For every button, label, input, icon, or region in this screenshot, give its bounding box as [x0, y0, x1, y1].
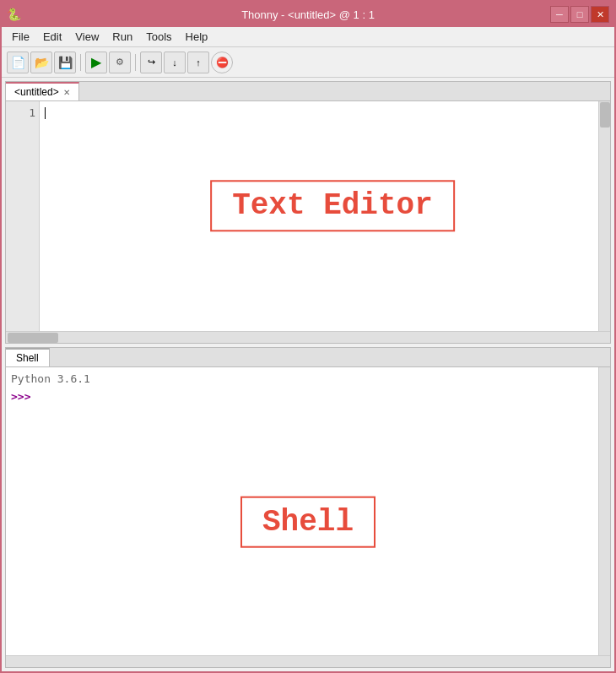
menu-run[interactable]: Run	[105, 29, 139, 45]
editor-tab-bar: <untitled> ✕	[6, 82, 610, 101]
app-icon: 🐍	[7, 8, 20, 21]
menu-tools[interactable]: Tools	[139, 29, 178, 45]
minimize-button[interactable]: ─	[550, 6, 569, 23]
text-cursor	[45, 107, 46, 119]
editor-body[interactable]: 1 Text Editor	[6, 101, 610, 331]
text-editor-label: Text Editor	[232, 188, 433, 223]
shell-hscrollbar[interactable]	[6, 655, 610, 667]
menu-help[interactable]: Help	[179, 29, 215, 45]
shell-body[interactable]: Python 3.6.1 >>> Shell	[6, 367, 610, 655]
line-number-1: 1	[9, 105, 35, 122]
step-over-button[interactable]: ↪	[140, 52, 162, 73]
step-out-button[interactable]: ↑	[187, 52, 209, 73]
window-controls: ─ □ ✕	[550, 6, 609, 23]
text-editor-annotation: Text Editor	[210, 180, 455, 231]
open-file-button[interactable]: 📂	[30, 52, 52, 73]
shell-pane: Shell Python 3.6.1 >>> Shell	[5, 347, 611, 668]
shell-label: Shell	[262, 504, 354, 539]
shell-prompt: >>>	[11, 388, 593, 406]
new-file-button[interactable]: 📄	[7, 52, 29, 73]
toolbar-separator-2	[135, 54, 136, 71]
stop-button[interactable]: ⛔	[211, 52, 233, 73]
editor-vscrollbar-thumb	[600, 102, 610, 128]
save-file-button[interactable]: 💾	[54, 52, 76, 73]
editor-hscrollbar-thumb	[8, 333, 58, 343]
titlebar-left: 🐍	[7, 8, 20, 21]
line-numbers: 1	[6, 101, 40, 331]
shell-python-version: Python 3.6.1	[11, 371, 593, 388]
editor-tab-close-icon[interactable]: ✕	[63, 88, 70, 97]
toolbar-separator-1	[80, 54, 81, 71]
window-title: Thonny - <untitled> @ 1 : 1	[0, 8, 616, 21]
shell-tab[interactable]: Shell	[6, 348, 50, 366]
maximize-button[interactable]: □	[570, 6, 589, 23]
menu-edit[interactable]: Edit	[36, 29, 68, 45]
shell-tab-bar: Shell	[6, 348, 610, 367]
editor-vscrollbar[interactable]	[598, 101, 610, 331]
editor-tab-label: <untitled>	[14, 86, 59, 98]
run-button[interactable]: ▶	[85, 52, 107, 73]
shell-tab-label: Shell	[16, 352, 39, 364]
main-window: 🐍 Thonny - <untitled> @ 1 : 1 ─ □ ✕ File…	[0, 0, 616, 673]
titlebar: 🐍 Thonny - <untitled> @ 1 : 1 ─ □ ✕	[2, 2, 614, 27]
editor-hscrollbar[interactable]	[6, 331, 610, 343]
main-content: <untitled> ✕ 1 Text Editor	[2, 78, 614, 671]
step-into-button[interactable]: ↓	[164, 52, 186, 73]
editor-tab-untitled[interactable]: <untitled> ✕	[6, 82, 79, 100]
menubar: File Edit View Run Tools Help	[2, 27, 614, 47]
menu-view[interactable]: View	[68, 29, 105, 45]
shell-annotation: Shell	[240, 496, 376, 547]
close-button[interactable]: ✕	[591, 6, 609, 23]
toolbar: 📄 📂 💾 ▶ ⚙ ↪ ↓ ↑ ⛔	[2, 47, 614, 78]
editor-pane: <untitled> ✕ 1 Text Editor	[5, 81, 611, 344]
shell-vscrollbar[interactable]	[598, 367, 610, 655]
debug-button[interactable]: ⚙	[109, 52, 131, 73]
menu-file[interactable]: File	[5, 29, 36, 45]
